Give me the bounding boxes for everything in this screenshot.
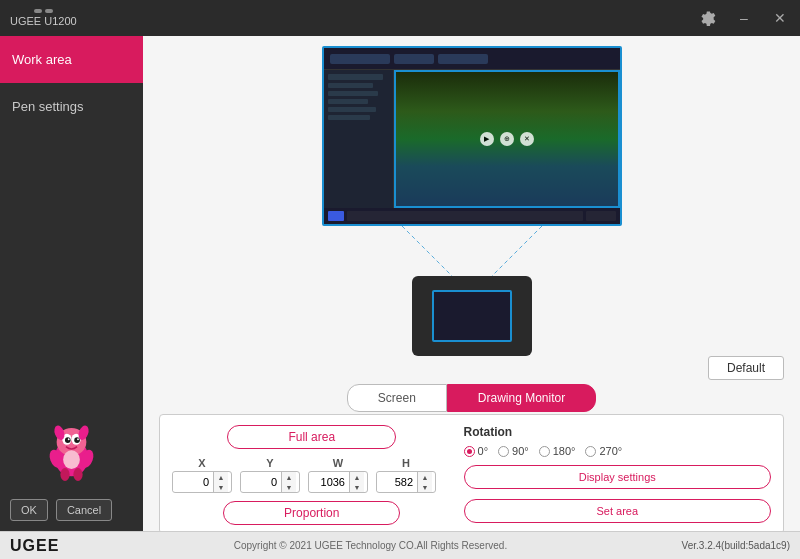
coord-y-wrap: ▲ ▼ [240,471,300,493]
coord-w-spinner: ▲ ▼ [349,472,364,492]
coord-x-down[interactable]: ▼ [214,482,228,492]
title-bar-controls: – ✕ [698,8,790,28]
coord-x-up[interactable]: ▲ [214,472,228,482]
sidebar-item-pen-settings[interactable]: Pen settings [0,83,143,130]
coord-w-up[interactable]: ▲ [350,472,364,482]
label-w: W [308,457,368,469]
coord-y-down[interactable]: ▼ [282,482,296,492]
full-area-row: Full area [172,425,452,449]
default-btn-row: Default [159,356,784,380]
footer-copyright: Copyright © 2021 UGEE Technology CO.All … [59,540,681,551]
svg-point-6 [68,438,70,440]
close-button[interactable]: ✕ [770,8,790,28]
content-area: ▶ ⊕ ✕ [143,36,800,531]
svg-point-14 [63,450,80,469]
rotation-title: Rotation [464,425,771,439]
ok-button[interactable]: OK [10,499,48,521]
label-y: Y [240,457,300,469]
mascot-image [39,416,104,481]
minimize-button[interactable]: – [734,8,754,28]
coord-inputs: ▲ ▼ ▲ ▼ [172,471,452,493]
svg-point-5 [74,437,80,443]
monitor-preview: ▶ ⊕ ✕ [322,46,622,226]
action-buttons: Display settings Set area [464,465,771,523]
cancel-button[interactable]: Cancel [56,499,112,521]
rotation-180[interactable]: 180° [539,445,576,457]
default-button[interactable]: Default [708,356,784,380]
rotation-270[interactable]: 270° [585,445,622,457]
coord-h-down[interactable]: ▼ [418,482,432,492]
label-h: H [376,457,436,469]
sidebar: Work area Pen settings [0,36,143,531]
tabs-row: Screen Drawing Monitor [159,384,784,412]
svg-point-7 [77,438,79,440]
rotation-90[interactable]: 90° [498,445,529,457]
label-x: X [172,457,232,469]
proportion-button[interactable]: Proportion [223,501,400,525]
title-bar: UGEE U1200 – ✕ [0,0,800,36]
radio-90 [498,446,509,457]
monitor-screen: ▶ ⊕ ✕ [324,48,620,224]
tablet-preview [412,276,532,356]
radio-270 [585,446,596,457]
footer-version: Ver.3.2.4(build:5ada1c9) [682,540,790,551]
set-area-button[interactable]: Set area [464,499,771,523]
svg-line-16 [492,226,542,276]
title-bar-drag-handle [34,9,53,13]
coord-x-input[interactable] [173,473,213,491]
app-title: UGEE U1200 [10,15,77,27]
display-settings-button[interactable]: Display settings [464,465,771,489]
preview-wrapper: ▶ ⊕ ✕ [159,46,784,356]
footer: UGEE Copyright © 2021 UGEE Technology CO… [0,531,800,559]
coord-h-input[interactable] [377,473,417,491]
radio-180 [539,446,550,457]
rotation-options: 0° 90° 180° 270° [464,445,771,457]
coord-w-wrap: ▲ ▼ [308,471,368,493]
settings-panel: Full area X Y W H ▲ ▼ [159,414,784,531]
footer-logo: UGEE [0,537,59,555]
left-settings: Full area X Y W H ▲ ▼ [172,425,452,525]
svg-point-4 [65,437,71,443]
coord-h-spinner: ▲ ▼ [417,472,432,492]
svg-line-15 [402,226,452,276]
gear-icon [700,10,716,26]
mascot-area [0,416,143,489]
svg-point-13 [73,468,82,481]
sidebar-footer: OK Cancel [0,489,143,531]
coord-y-up[interactable]: ▲ [282,472,296,482]
right-settings: Rotation 0° 90° [464,425,771,525]
rotation-0[interactable]: 0° [464,445,489,457]
sidebar-item-work-area[interactable]: Work area [0,36,143,83]
main-layout: Work area Pen settings [0,36,800,531]
proportion-row: Proportion [172,501,452,525]
settings-button[interactable] [698,8,718,28]
tab-drawing-monitor[interactable]: Drawing Monitor [447,384,596,412]
coord-x-wrap: ▲ ▼ [172,471,232,493]
svg-point-12 [60,468,69,481]
radio-0 [464,446,475,457]
coord-h-up[interactable]: ▲ [418,472,432,482]
tab-screen[interactable]: Screen [347,384,447,412]
coord-h-wrap: ▲ ▼ [376,471,436,493]
coord-w-input[interactable] [309,473,349,491]
coord-labels: X Y W H [172,457,452,469]
connector-lines [322,226,622,276]
full-area-button[interactable]: Full area [227,425,396,449]
tablet-active-area [432,290,512,342]
title-bar-left: UGEE U1200 [10,9,77,27]
radio-dot-0 [467,449,472,454]
coord-y-spinner: ▲ ▼ [281,472,296,492]
coord-w-down[interactable]: ▼ [350,482,364,492]
coord-y-input[interactable] [241,473,281,491]
coord-x-spinner: ▲ ▼ [213,472,228,492]
